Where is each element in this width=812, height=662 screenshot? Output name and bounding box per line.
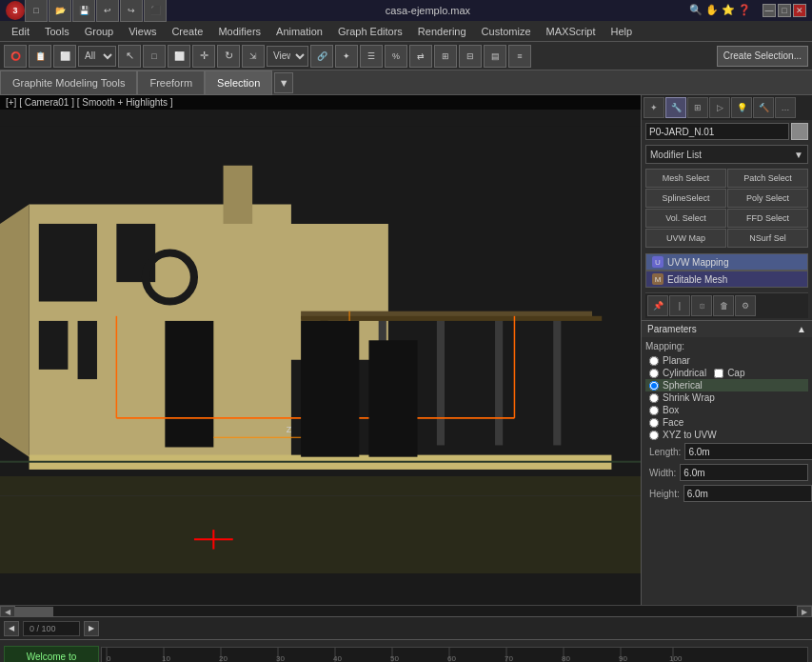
help-icon: ❓ <box>738 4 751 17</box>
nsurf-sel-btn[interactable]: NSurf Sel <box>727 229 808 248</box>
select-filter-icon[interactable]: ⭕ <box>4 45 27 68</box>
save-btn[interactable]: 💾 <box>72 0 95 22</box>
ribbon-icon[interactable]: ≡ <box>508 45 531 68</box>
menu-rendering[interactable]: Rendering <box>410 24 474 39</box>
height-input[interactable] <box>683 485 812 502</box>
extras-icon[interactable]: … <box>775 97 796 118</box>
spline-select-btn[interactable]: SplineSelect <box>645 189 726 208</box>
timeline-next-btn[interactable]: ▶ <box>84 621 99 636</box>
modifier-list-dropdown[interactable]: Modifier List ▼ <box>645 145 808 164</box>
snap-icon[interactable]: ✦ <box>335 45 358 68</box>
remove-modifier-icon[interactable]: 🗑 <box>713 295 734 316</box>
rotate-icon[interactable]: ↻ <box>217 45 240 68</box>
mapping-box-radio[interactable] <box>649 406 659 415</box>
grab-icon: ✋ <box>705 4 719 17</box>
menu-group[interactable]: Group <box>77 24 122 39</box>
motion-icon[interactable]: ▷ <box>709 97 730 118</box>
menu-maxscript[interactable]: MAXScript <box>539 24 604 39</box>
mapping-planar-radio[interactable] <box>649 356 659 366</box>
scroll-left-btn[interactable]: ◀ <box>0 606 15 617</box>
track-ruler[interactable]: 0 10 20 30 40 50 60 70 80 90 100 <box>101 647 808 663</box>
svg-text:80: 80 <box>562 654 570 663</box>
menu-animation[interactable]: Animation <box>268 24 330 39</box>
length-input[interactable] <box>684 443 812 460</box>
select-by-name-icon[interactable]: 📋 <box>29 45 51 68</box>
viewport[interactable]: [+] [ Camera01 ] [ Smooth + Highlights ] <box>0 95 641 605</box>
vol-select-btn[interactable]: Vol. Select <box>645 209 726 228</box>
open-btn[interactable]: 📂 <box>49 0 71 22</box>
mapping-xyz-radio[interactable] <box>649 431 659 440</box>
tab-freeform[interactable]: Freeform <box>137 70 205 95</box>
show-end-icon[interactable]: | <box>669 295 690 316</box>
length-label: Length: <box>649 447 681 457</box>
modify-icon[interactable]: 🔧 <box>665 97 686 118</box>
menu-help[interactable]: Help <box>604 24 641 39</box>
viewport-scrollbar-h[interactable]: ◀ ▶ <box>0 605 812 616</box>
redo-btn[interactable]: ↪ <box>120 0 143 22</box>
main-toolbar: ⭕ 📋 ⬜ All ↖ □ ⬜ ✛ ↻ ⇲ View 🔗 ✦ ☰ % ⇄ ⊞ ⊟… <box>0 42 812 70</box>
select-region-icon[interactable]: ⬜ <box>53 45 76 68</box>
tab-graphite[interactable]: Graphite Modeling Tools <box>0 70 137 95</box>
width-input[interactable] <box>680 464 808 481</box>
mapping-spherical-radio[interactable] <box>649 381 659 391</box>
ffd-select-btn[interactable]: FFD Select <box>727 209 808 228</box>
view-dropdown[interactable]: View <box>267 46 308 67</box>
patch-select-btn[interactable]: Patch Select <box>727 169 808 188</box>
menu-customize[interactable]: Customize <box>474 24 539 39</box>
percent-icon[interactable]: % <box>385 45 407 68</box>
trackbar: Welcome to 0 10 20 30 40 50 60 70 80 90 <box>0 639 812 662</box>
object-color-swatch[interactable] <box>791 123 808 140</box>
create-icon[interactable]: ✦ <box>644 97 664 118</box>
scrollbar-thumb-h[interactable] <box>15 607 53 616</box>
minimize-btn[interactable]: — <box>762 4 776 17</box>
timeline-prev-btn[interactable]: ◀ <box>4 621 19 636</box>
mapping-face-row: Face <box>645 416 808 429</box>
tab-selection[interactable]: Selection <box>205 70 272 95</box>
menu-tools[interactable]: Tools <box>37 24 77 39</box>
select-rect-btn[interactable]: ⬜ <box>168 45 190 68</box>
mesh-select-btn[interactable]: Mesh Select <box>645 169 726 188</box>
parameters-header[interactable]: Parameters ▲ <box>642 320 812 337</box>
filter-dropdown[interactable]: All <box>78 46 116 67</box>
hierarchy-icon[interactable]: ☰ <box>360 45 383 68</box>
mapping-shrinkwrap-radio[interactable] <box>649 393 659 403</box>
link-icon[interactable]: 🔗 <box>310 45 333 68</box>
menu-edit[interactable]: Edit <box>4 24 37 39</box>
scroll-right-btn[interactable]: ▶ <box>797 606 812 617</box>
mapping-face-radio[interactable] <box>649 418 659 428</box>
menu-create[interactable]: Create <box>164 24 210 39</box>
configure-icon[interactable]: ⚙ <box>735 295 756 316</box>
layer-icon[interactable]: ▤ <box>484 45 506 68</box>
maximize-btn[interactable]: □ <box>778 4 791 17</box>
mirror-icon[interactable]: ⇄ <box>409 45 432 68</box>
mapping-cap-check[interactable] <box>714 369 723 378</box>
hierarchy-icon[interactable]: ⊞ <box>687 97 708 118</box>
move-icon[interactable]: ✛ <box>192 45 215 68</box>
display-icon[interactable]: 💡 <box>731 97 752 118</box>
poly-select-btn[interactable]: Poly Select <box>727 189 808 208</box>
object-name-input[interactable] <box>645 123 789 140</box>
stack-editable-mesh[interactable]: M Editable Mesh <box>645 271 808 288</box>
utilities-icon[interactable]: 🔨 <box>753 97 774 118</box>
tab-more-arrow[interactable]: ▼ <box>274 72 293 93</box>
close-btn[interactable]: ✕ <box>793 4 806 17</box>
make-unique-icon[interactable]: ⎅ <box>691 295 712 316</box>
uvw-map-btn[interactable]: UVW Map <box>645 229 726 248</box>
menu-views[interactable]: Views <box>121 24 164 39</box>
undo-btn[interactable]: ↩ <box>96 0 119 22</box>
svg-rect-16 <box>437 319 445 446</box>
select-icon[interactable]: ↖ <box>118 45 141 68</box>
create-selection-btn[interactable]: Create Selection... <box>717 46 808 67</box>
stack-uvw-mapping[interactable]: U UVW Mapping <box>645 253 808 271</box>
menu-modifiers[interactable]: Modifiers <box>210 24 268 39</box>
new-btn[interactable]: □ <box>25 0 48 22</box>
select-region-rect[interactable]: □ <box>143 45 166 68</box>
hist-btn[interactable]: ⬛ <box>144 0 167 22</box>
mapping-cylindrical-radio[interactable] <box>649 369 659 378</box>
align-icon[interactable]: ⊟ <box>459 45 482 68</box>
mapping-planar-row: Planar <box>645 354 808 367</box>
pin-stack-icon[interactable]: 📌 <box>647 295 668 316</box>
menu-graph-editors[interactable]: Graph Editors <box>330 24 410 39</box>
scale-icon[interactable]: ⇲ <box>242 45 265 68</box>
array-icon[interactable]: ⊞ <box>434 45 457 68</box>
